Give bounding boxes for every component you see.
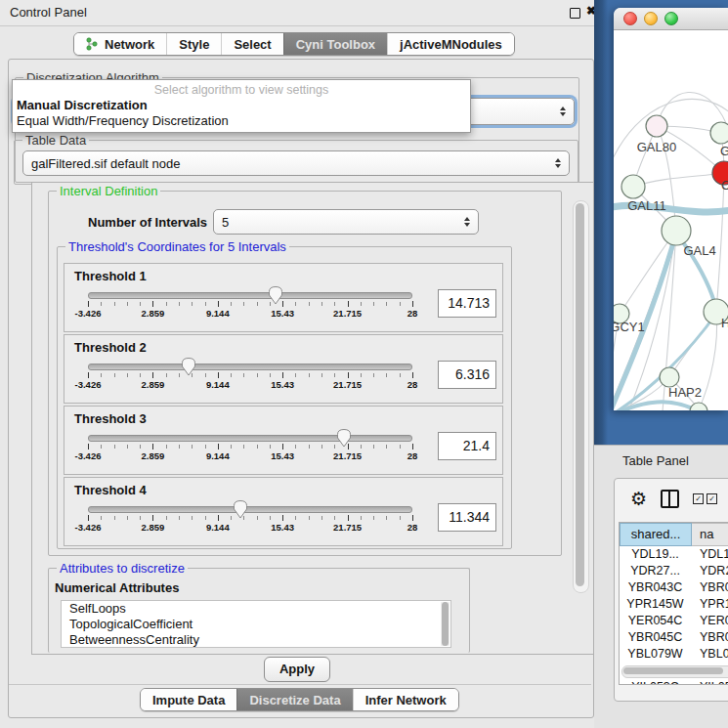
threshold-slider[interactable]: -3.4262.8599.14415.4321.71528 [88,292,412,320]
threshold-slider[interactable]: -3.4262.8599.14415.4321.71528 [88,435,412,462]
thresholds-coordinates-label: Threshold's Coordinates for 5 Intervals [65,239,289,254]
tick-label: -3.426 [75,522,102,533]
table-row[interactable]: YDL19...YDL19 [620,546,728,563]
tick-label: 21.715 [333,379,362,390]
tick-label: 21.715 [333,450,362,461]
slider-track[interactable] [88,506,412,513]
checkbox-icon[interactable]: ✓ [693,493,704,504]
tick-label: 9.144 [206,450,230,461]
table-data-label: Table Data [22,133,89,148]
node-label-gcy1: GCY1 [614,320,645,334]
node-label-gal80: GAL80 [637,140,676,154]
tick-label: 15.43 [271,379,294,390]
threshold-title: Threshold 2 [74,340,502,355]
tick-label: 2.859 [142,522,165,533]
node-attribute-table: shared... na YDL19...YDL19YDR27...YDR27Y… [619,522,728,685]
slider-track[interactable] [88,292,412,299]
tick-label: 21.715 [333,308,362,319]
divider [9,684,591,685]
tab-infer-network[interactable]: Infer Network [353,689,458,710]
tick-label: 21.715 [333,522,362,533]
tick-label: 15.43 [271,522,294,533]
node-label-hap2: HAP2 [668,385,702,400]
minimize-traffic-light-icon[interactable] [644,12,658,25]
tab-cyni-toolbox[interactable]: Cyni Toolbox [283,33,387,55]
column-header-shared-name[interactable]: shared... [620,523,692,546]
tab-impute-data[interactable]: Impute Data [141,689,236,710]
tab-discretize-data[interactable]: Discretize Data [236,689,352,710]
slider-ticks [88,444,412,450]
tick-label: -3.426 [75,379,102,390]
settings-scroll-panel: Interval Definition Number of Intervals … [31,182,594,655]
popup-placeholder: Select algorithm to view settings [13,80,470,97]
float-window-icon[interactable] [570,8,580,19]
tab-select[interactable]: Select [221,33,282,55]
gear-icon[interactable]: ⚙ [630,490,647,508]
popup-option-manual[interactable]: Manual Discretization [13,97,470,112]
table-row[interactable]: YIL053CYIL05 [620,679,728,685]
node-label-partial-g: G [720,144,728,158]
attributes-to-discretize-label: Attributes to discretize [57,561,188,576]
attribute-item[interactable]: TopologicalCoefficient [62,617,450,632]
threshold-panel-3: Threshold 3-3.4262.8599.14415.4321.71528… [64,406,503,475]
table-row[interactable]: YBL079WYBL07 [620,646,728,663]
threshold-value-field[interactable]: 14.713 [438,289,496,318]
tick-label: 28 [407,308,418,319]
table-data-group: Table Data galFiltered.sif default node [14,140,578,185]
tick-label: -3.426 [75,450,102,461]
algorithm-dropdown-popup: Select algorithm to view settings Manual… [12,79,471,133]
table-row[interactable]: YER054CYER05 [620,613,728,629]
split-columns-icon[interactable] [661,490,679,508]
threshold-value-field[interactable]: 11.344 [438,503,496,532]
tick-label: 9.144 [206,379,230,390]
settings-vertical-scrollbar[interactable] [573,200,589,593]
network-graph-canvas[interactable]: GAL80 G GAL11 C GAL4 GCY1 H HAP2 [614,30,728,410]
slider-track[interactable] [88,435,412,442]
attribute-item[interactable]: BetweennessCentrality [62,632,450,648]
interval-definition-label: Interval Definition [57,184,160,198]
number-of-intervals-select[interactable]: 5 [213,209,479,235]
table-horizontal-scrollbar[interactable] [621,665,728,678]
tick-label: 9.144 [206,522,230,533]
table-row[interactable]: YPR145WYPR14 [620,596,728,613]
threshold-title: Threshold 3 [74,411,502,426]
cyni-toolbox-tabs: Impute DataDiscretize DataInfer Network [140,688,459,711]
table-data-select[interactable]: galFiltered.sif default node [22,150,570,176]
slider-track[interactable] [88,364,412,370]
tab-style[interactable]: Style [166,33,221,55]
checkbox-icons[interactable]: ✓ ✓ [693,493,717,504]
threshold-slider[interactable]: -3.4262.8599.14415.4321.71528 [88,506,412,534]
checkbox-icon[interactable]: ✓ [707,493,717,504]
combo-spinner-icon [456,217,470,227]
attributes-list-scrollbar[interactable] [441,602,450,646]
numerical-attributes-list[interactable]: SelfLoopsTopologicalCoefficientBetweenne… [61,600,451,648]
tick-label: 9.144 [206,308,230,319]
control-panel-title: Control Panel [10,5,87,20]
table-rows: YDL19...YDL19YDR27...YDR27YBR043CYBR04YP… [620,546,728,685]
column-header-name[interactable]: na [692,523,728,546]
apply-button[interactable]: Apply [264,657,330,682]
threshold-value-field[interactable]: 6.316 [438,361,496,389]
node-label-partial-c: C [721,178,728,193]
tab-network[interactable]: Network [74,33,166,55]
threshold-value-field[interactable]: 21.4 [438,432,496,460]
zoom-traffic-light-icon[interactable] [664,12,678,25]
table-row[interactable]: YBR043CYBR04 [620,579,728,596]
threshold-slider[interactable]: -3.4262.8599.14415.4321.71528 [88,364,412,391]
network-view-window: GAL80 G GAL11 C GAL4 GCY1 H HAP2 [614,8,728,410]
attribute-item[interactable]: SelfLoops [62,601,450,617]
tick-label: 2.859 [142,379,165,390]
table-data-value: galFiltered.sif default node [31,156,180,171]
combo-spinner-icon [547,158,561,168]
tab-jactivemnodules[interactable]: jActiveMNodules [387,33,514,55]
table-row[interactable]: YBR045CYBR04 [620,629,728,646]
node-hap2 [660,367,679,387]
slider-ticks [88,372,412,379]
slider-ticks [88,301,412,308]
close-traffic-light-icon[interactable] [623,12,637,25]
tick-label: 15.43 [271,308,294,319]
node-bottom [690,403,707,410]
network-window-titlebar [614,8,728,30]
table-row[interactable]: YDR27...YDR27 [620,563,728,579]
popup-option-equal-width[interactable]: Equal Width/Frequency Discretization [13,112,470,128]
